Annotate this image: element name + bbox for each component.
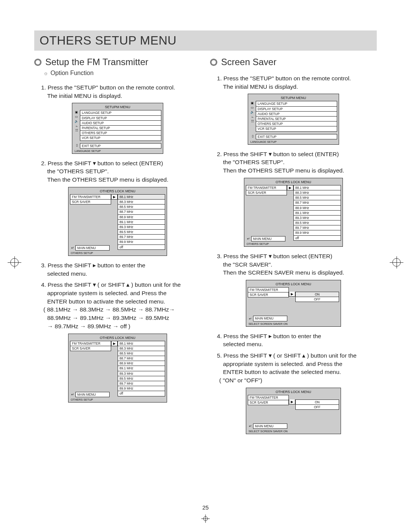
right-step-4: 4. Press the SHIFT ▸ button to enter the…: [217, 332, 377, 348]
arrow-right-icon: ▶: [111, 194, 118, 200]
menu-item: AUDIO SETUP: [80, 121, 161, 126]
freq-item: 88.1 MHz: [118, 341, 165, 346]
bullet-icon: [210, 59, 217, 66]
menu-item: VCR SETUP: [80, 136, 161, 141]
freq-item: 88.9 MHz: [293, 206, 341, 211]
freq-item: 89.1 MHz: [118, 366, 165, 371]
speaker-icon: 🔈: [250, 110, 255, 115]
content-columns: Setup the FM Transmitter ☼ Option Functi…: [34, 56, 377, 439]
fm-transmitter-heading: Setup the FM Transmitter: [34, 57, 201, 67]
menu-item: SCR SAVER: [248, 400, 289, 405]
freq-item: 89.9 MHz: [293, 230, 341, 235]
arrow-right-icon: ▶: [289, 292, 295, 297]
freq-item: 89.5 MHz: [293, 220, 341, 225]
main-menu-item: MAIN MENU: [75, 392, 110, 397]
menu-item: SCR SAVER: [248, 292, 289, 297]
page-title: OTHERS SETUP MENU: [34, 30, 377, 51]
menu-item: AUDIO SETUP: [256, 112, 337, 117]
freq-item: 89.5 MHz: [118, 230, 165, 235]
osd-footer: LANGUAGE SETUP: [74, 149, 161, 153]
freq-item: 88.1 MHz: [118, 194, 165, 200]
menu-item: FM TRANSMITTER: [70, 194, 111, 200]
arrow-right-icon: ▶: [289, 399, 295, 404]
freq-item: 89.7 MHz: [118, 381, 165, 386]
menu-item: SCR SAVER: [70, 200, 111, 204]
crop-mark-right: [390, 256, 403, 269]
freq-item: 89.1 MHz: [293, 211, 341, 216]
heading-text: Screen Saver: [221, 57, 276, 67]
osd-footer: OTHERS SETUP: [246, 241, 341, 246]
menu-item: OTHERS SETUP: [80, 131, 161, 136]
freq-item: 88.7 MHz: [118, 209, 165, 214]
exit-icon: ▯: [250, 134, 256, 139]
freq-item: 89.3 MHz: [118, 225, 165, 230]
freq-item: 89.7 MHz: [293, 225, 341, 230]
osd-footer: LANGUAGE SETUP: [250, 139, 337, 144]
osd-title: OTHERS LOCK MENU: [70, 189, 165, 194]
left-step-2: 2. Press the SHIFT ▾ button to select (E…: [41, 159, 201, 184]
exit-icon: ▯: [74, 143, 80, 149]
crop-mark-left: [8, 256, 21, 269]
heading-text: Setup the FM Transmitter: [45, 57, 148, 67]
return-icon: ↵: [248, 424, 253, 428]
osd-icon-col: ▣ ▭ 🔈 ⎁ ☷: [74, 110, 80, 141]
left-step-3: 3. Press the SHIFT ▸ button to enter the…: [41, 261, 201, 278]
tv-icon: ▣: [250, 101, 255, 105]
return-icon: ↵: [248, 317, 253, 321]
saver-option: ON: [295, 292, 339, 297]
osd-saver-menu-1: OTHERS LOCK MENU FM TRANSMITTER SCR SAVE…: [246, 280, 341, 327]
lock-icon: ⎁: [250, 115, 255, 119]
freq-item: 89.9 MHz: [118, 386, 165, 391]
bullet-icon: [34, 59, 41, 66]
freq-item: 88.5 MHz: [118, 204, 165, 209]
lock-icon: ⎁: [74, 124, 79, 128]
menu-item: PARENTAL SETUP: [80, 126, 161, 131]
display-icon: ▭: [250, 105, 255, 110]
freq-item: 88.5 MHz: [118, 351, 165, 356]
arrow-right-icon: ▶: [287, 185, 293, 190]
osd-items: LANGUAGE SETUP DISPLAY SETUP AUDIO SETUP…: [80, 110, 161, 141]
arrow-right-icon: ▶: [111, 341, 118, 346]
saver-option: ON: [295, 399, 339, 405]
left-column: Setup the FM Transmitter ☼ Option Functi…: [34, 56, 201, 439]
freq-item: 88.7 MHz: [118, 356, 165, 361]
left-step-1: 1. Press the "SETUP" button on the remot…: [41, 83, 201, 100]
menu-item: SCR SAVER: [246, 190, 287, 195]
screen-saver-heading: Screen Saver: [210, 57, 377, 67]
freq-item: 88.3 MHz: [293, 190, 341, 195]
speaker-icon: 🔈: [74, 119, 79, 124]
right-step-1: 1. Press the "SETUP" button on the remot…: [217, 74, 377, 91]
freq-item: 88.9 MHz: [118, 215, 165, 220]
return-icon: ↵: [70, 393, 75, 396]
menu-item: DISPLAY SETUP: [256, 107, 337, 112]
osd-saver-menu-2: OTHERS LOCK MENU FM TRANSMITTER SCR SAVE…: [246, 388, 341, 435]
freq-item: 89.9 MHz: [118, 240, 165, 244]
saver-option: OFF: [295, 297, 339, 302]
osd-title: SETUPM MENU: [74, 105, 161, 110]
osd-footer: SELECT SCREEN SAVER ON: [248, 321, 339, 326]
tv-icon: ▣: [74, 110, 79, 115]
others-icon: ☷: [74, 128, 79, 133]
freq-item: 88.5 MHz: [293, 195, 341, 200]
osd-left-items: FM TRANSMITTER SCR SAVER: [70, 194, 111, 250]
osd-arrow-col: ▶: [111, 194, 118, 250]
main-menu-item: MAIN MENU: [253, 423, 287, 429]
menu-item: LANGUAGE SETUP: [80, 110, 161, 115]
freq-item: off: [118, 391, 165, 396]
main-menu-item: MAIN MENU: [253, 316, 287, 321]
osd-others-menu-2: OTHERS LOCK MENU FM TRANSMITTER SCR SAVE…: [68, 334, 167, 403]
return-icon: ↵: [246, 237, 251, 241]
right-step-5: 5. Press the SHIFT ▾ ( or SHIFT ▴ ) butt…: [217, 351, 377, 385]
freq-item: 89.3 MHz: [118, 371, 165, 376]
option-function-label: ☼ Option Function: [43, 70, 94, 77]
freq-item: 89.3 MHz: [293, 216, 341, 220]
osd-title: SETUPM MENU: [250, 96, 337, 101]
freq-item: 88.9 MHz: [118, 361, 165, 366]
main-menu-item: MAIN MENU: [75, 245, 110, 251]
right-step-3: 3. Press the SHIFT ▾ button select (ENTE…: [217, 252, 377, 277]
osd-freq-list: 88.1 MHz 88.3 MHz 88.5 MHz 88.7 MHz 88.9…: [118, 194, 165, 250]
osd-setup-menu: SETUPM MENU ▣ ▭ 🔈 ⎁ ☷ LANGUAGE SETUP DIS…: [72, 103, 163, 153]
right-column: Screen Saver 1. Press the "SETUP" button…: [210, 56, 377, 439]
return-icon: ↵: [70, 246, 75, 250]
osd-footer: OTHERS SETUP: [70, 251, 165, 255]
